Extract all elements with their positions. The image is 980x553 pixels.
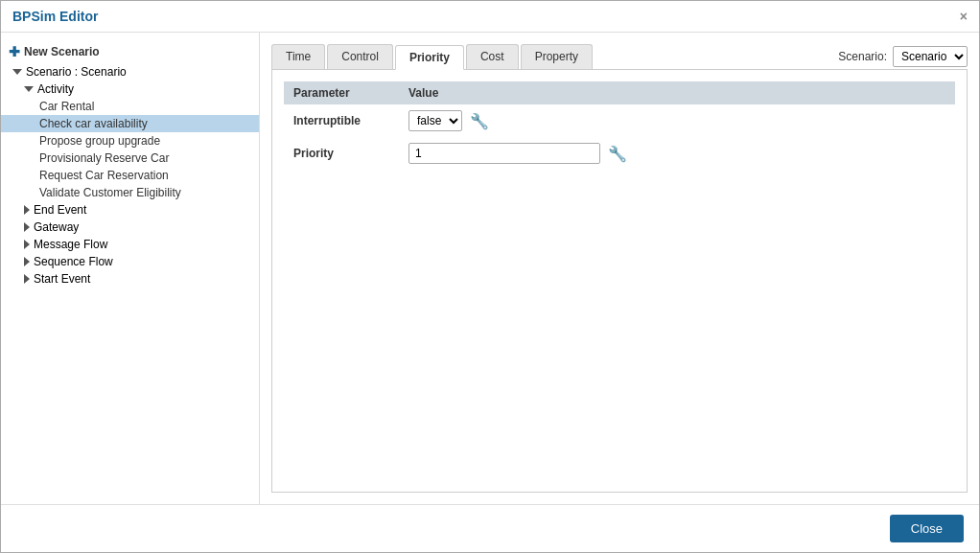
- dialog-title: BPSim Editor: [12, 9, 98, 24]
- collapse-icon: [24, 274, 30, 284]
- wrench-icon[interactable]: 🔧: [470, 112, 489, 130]
- collapse-icon: [24, 222, 30, 232]
- param-name-priority: Priority: [284, 137, 399, 170]
- close-x-button[interactable]: ×: [960, 9, 968, 24]
- expand-icon: [12, 69, 22, 75]
- gateway-label: Gateway: [34, 220, 79, 234]
- col-value: Value: [399, 81, 955, 104]
- list-item[interactable]: Validate Customer Eligibility: [1, 184, 259, 201]
- table-row: Interruptible false true 🔧: [284, 104, 955, 137]
- col-parameter: Parameter: [284, 81, 399, 104]
- bpsim-editor-dialog: BPSim Editor × ✚ New Scenario Scenario :…: [0, 0, 980, 553]
- sequence-flow-node[interactable]: Sequence Flow: [1, 253, 259, 270]
- param-value-interruptible: false true 🔧: [399, 104, 955, 137]
- message-flow-node[interactable]: Message Flow: [1, 236, 259, 253]
- list-item[interactable]: Provisionaly Reserve Car: [1, 150, 259, 167]
- wrench-icon[interactable]: 🔧: [608, 145, 627, 163]
- interruptible-select[interactable]: false true: [408, 110, 462, 131]
- content-area: Parameter Value Interruptible false: [271, 70, 968, 493]
- tabs-container: Time Control Priority Cost Property: [271, 44, 595, 69]
- param-value-priority: 🔧: [399, 137, 955, 170]
- dialog-header: BPSim Editor ×: [1, 1, 979, 33]
- end-event-node[interactable]: End Event: [1, 201, 259, 219]
- sequence-flow-label: Sequence Flow: [34, 255, 113, 268]
- priority-cell: 🔧: [408, 143, 945, 164]
- collapse-icon: [24, 205, 30, 215]
- scenario-label: Scenario : Scenario: [26, 65, 127, 79]
- scenario-label: Scenario:: [838, 50, 887, 63]
- plus-icon: ✚: [9, 44, 20, 59]
- expand-icon: [24, 86, 34, 92]
- end-event-label: End Event: [34, 203, 86, 217]
- start-event-node[interactable]: Start Event: [1, 270, 259, 288]
- priority-input[interactable]: [408, 143, 600, 164]
- list-item[interactable]: Request Car Reservation: [1, 167, 259, 184]
- activity-node[interactable]: Activity: [1, 81, 259, 98]
- list-item[interactable]: Check car availability: [1, 115, 259, 132]
- list-item[interactable]: Propose group upgrade: [1, 132, 259, 150]
- dialog-footer: Close: [1, 504, 979, 552]
- main-panel: Time Control Priority Cost Property Scen…: [260, 33, 979, 504]
- param-table: Parameter Value Interruptible false: [284, 81, 955, 170]
- tab-property[interactable]: Property: [521, 44, 593, 69]
- collapse-icon: [24, 240, 30, 249]
- new-scenario-item[interactable]: ✚ New Scenario: [1, 40, 259, 63]
- sidebar: ✚ New Scenario Scenario : Scenario Activ…: [1, 33, 260, 504]
- tab-priority[interactable]: Priority: [395, 45, 464, 70]
- dialog-body: ✚ New Scenario Scenario : Scenario Activ…: [1, 33, 979, 504]
- param-name-interruptible: Interruptible: [284, 104, 399, 137]
- tab-time[interactable]: Time: [271, 44, 325, 69]
- list-item[interactable]: Car Rental: [1, 98, 259, 115]
- start-event-label: Start Event: [34, 272, 90, 286]
- new-scenario-label: New Scenario: [24, 45, 100, 58]
- gateway-node[interactable]: Gateway: [1, 219, 259, 236]
- message-flow-label: Message Flow: [34, 238, 107, 251]
- table-row: Priority 🔧: [284, 137, 955, 170]
- interruptible-cell: false true 🔧: [408, 110, 945, 131]
- scenario-select[interactable]: Scenario: [893, 46, 968, 67]
- tab-control[interactable]: Control: [327, 44, 393, 69]
- activity-label: Activity: [37, 82, 74, 96]
- collapse-icon: [24, 257, 30, 266]
- close-button[interactable]: Close: [890, 515, 964, 542]
- scenario-node[interactable]: Scenario : Scenario: [1, 63, 259, 81]
- scenario-row: Scenario: Scenario: [838, 46, 968, 67]
- tabs-row: Time Control Priority Cost Property Scen…: [271, 44, 968, 70]
- tab-cost[interactable]: Cost: [466, 44, 519, 69]
